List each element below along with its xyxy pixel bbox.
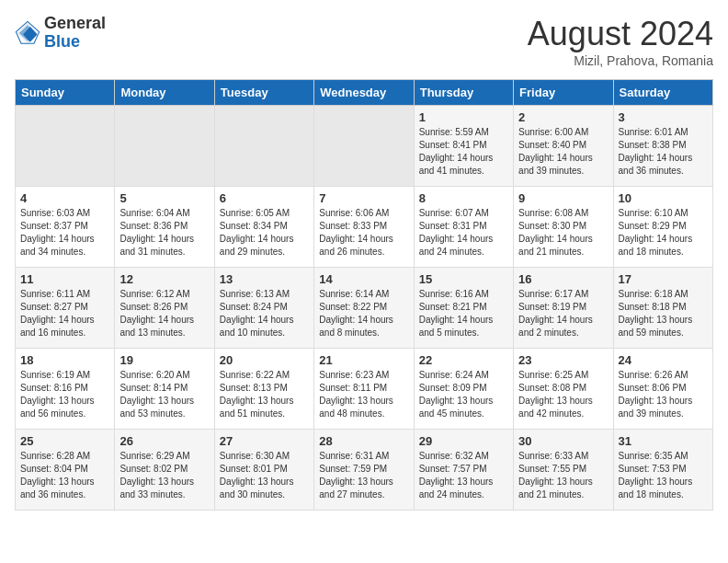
cell-info: Sunrise: 6:01 AM Sunset: 8:38 PM Dayligh… [619, 126, 708, 178]
cell-info: Sunrise: 6:00 AM Sunset: 8:40 PM Dayligh… [518, 126, 608, 178]
cell-info: Sunrise: 6:04 AM Sunset: 8:36 PM Dayligh… [119, 207, 209, 259]
calendar-cell: 24Sunrise: 6:26 AM Sunset: 8:06 PM Dayli… [613, 349, 712, 430]
cell-info: Sunrise: 6:29 AM Sunset: 8:02 PM Dayligh… [119, 450, 209, 501]
day-number: 4 [20, 191, 109, 205]
day-number: 20 [220, 353, 309, 367]
calendar-cell [314, 106, 414, 187]
cell-info: Sunrise: 6:20 AM Sunset: 8:14 PM Dayligh… [119, 369, 209, 420]
cell-info: Sunrise: 6:10 AM Sunset: 8:29 PM Dayligh… [619, 207, 708, 259]
day-number: 29 [419, 434, 508, 448]
day-number: 14 [319, 272, 408, 286]
calendar-week-row: 1Sunrise: 5:59 AM Sunset: 8:41 PM Daylig… [16, 106, 713, 187]
day-number: 18 [20, 353, 109, 367]
day-number: 26 [119, 434, 209, 448]
weekday-header-cell: Sunday [16, 80, 115, 106]
calendar-cell: 15Sunrise: 6:16 AM Sunset: 8:21 PM Dayli… [414, 268, 513, 349]
day-number: 5 [119, 191, 209, 205]
weekday-header-cell: Friday [514, 80, 613, 106]
calendar-cell: 1Sunrise: 5:59 AM Sunset: 8:41 PM Daylig… [414, 106, 513, 187]
day-number: 6 [220, 191, 309, 205]
logo-icon [15, 20, 40, 46]
day-number: 31 [619, 434, 708, 448]
day-number: 12 [119, 272, 209, 286]
calendar-cell: 10Sunrise: 6:10 AM Sunset: 8:29 PM Dayli… [613, 187, 712, 268]
day-number: 24 [619, 353, 708, 367]
day-number: 15 [419, 272, 508, 286]
logo: General Blue [15, 15, 106, 52]
day-number: 21 [319, 353, 408, 367]
calendar-week-row: 4Sunrise: 6:03 AM Sunset: 8:37 PM Daylig… [16, 187, 713, 268]
calendar-cell: 23Sunrise: 6:25 AM Sunset: 8:08 PM Dayli… [514, 349, 613, 430]
cell-info: Sunrise: 6:12 AM Sunset: 8:26 PM Dayligh… [119, 288, 209, 339]
calendar-body: 1Sunrise: 5:59 AM Sunset: 8:41 PM Daylig… [16, 106, 713, 511]
calendar-cell: 9Sunrise: 6:08 AM Sunset: 8:30 PM Daylig… [514, 187, 613, 268]
calendar-cell [115, 106, 214, 187]
calendar-cell: 30Sunrise: 6:33 AM Sunset: 7:55 PM Dayli… [514, 430, 613, 511]
cell-info: Sunrise: 6:18 AM Sunset: 8:18 PM Dayligh… [619, 288, 708, 339]
calendar-cell: 12Sunrise: 6:12 AM Sunset: 8:26 PM Dayli… [115, 268, 214, 349]
cell-info: Sunrise: 6:08 AM Sunset: 8:30 PM Dayligh… [518, 207, 608, 259]
calendar-cell: 29Sunrise: 6:32 AM Sunset: 7:57 PM Dayli… [414, 430, 513, 511]
title-block: August 2024 Mizil, Prahova, Romania [528, 15, 713, 68]
cell-info: Sunrise: 6:28 AM Sunset: 8:04 PM Dayligh… [20, 450, 109, 501]
weekday-header-cell: Monday [115, 80, 214, 106]
calendar-cell: 21Sunrise: 6:23 AM Sunset: 8:11 PM Dayli… [314, 349, 414, 430]
day-number: 27 [220, 434, 309, 448]
cell-info: Sunrise: 6:17 AM Sunset: 8:19 PM Dayligh… [518, 288, 608, 339]
calendar-cell: 28Sunrise: 6:31 AM Sunset: 7:59 PM Dayli… [314, 430, 414, 511]
cell-info: Sunrise: 6:13 AM Sunset: 8:24 PM Dayligh… [220, 288, 309, 339]
day-number: 2 [518, 110, 608, 124]
day-number: 9 [518, 191, 608, 205]
calendar-week-row: 11Sunrise: 6:11 AM Sunset: 8:27 PM Dayli… [16, 268, 713, 349]
cell-info: Sunrise: 6:03 AM Sunset: 8:37 PM Dayligh… [20, 207, 109, 259]
day-number: 28 [319, 434, 408, 448]
day-number: 11 [20, 272, 109, 286]
calendar-cell: 17Sunrise: 6:18 AM Sunset: 8:18 PM Dayli… [613, 268, 712, 349]
cell-info: Sunrise: 6:35 AM Sunset: 7:53 PM Dayligh… [619, 450, 708, 501]
month-year: August 2024 [528, 15, 713, 53]
day-number: 7 [319, 191, 408, 205]
calendar-cell: 11Sunrise: 6:11 AM Sunset: 8:27 PM Dayli… [16, 268, 115, 349]
cell-info: Sunrise: 5:59 AM Sunset: 8:41 PM Dayligh… [419, 126, 508, 178]
calendar-cell: 22Sunrise: 6:24 AM Sunset: 8:09 PM Dayli… [414, 349, 513, 430]
calendar-cell: 13Sunrise: 6:13 AM Sunset: 8:24 PM Dayli… [214, 268, 313, 349]
page-header: General Blue August 2024 Mizil, Prahova,… [15, 15, 713, 68]
logo-general: General [44, 14, 106, 32]
day-number: 3 [619, 110, 708, 124]
day-number: 17 [619, 272, 708, 286]
weekday-header-cell: Wednesday [314, 80, 414, 106]
cell-info: Sunrise: 6:07 AM Sunset: 8:31 PM Dayligh… [419, 207, 508, 259]
day-number: 1 [419, 110, 508, 124]
cell-info: Sunrise: 6:32 AM Sunset: 7:57 PM Dayligh… [419, 450, 508, 501]
cell-info: Sunrise: 6:05 AM Sunset: 8:34 PM Dayligh… [220, 207, 309, 259]
day-number: 25 [20, 434, 109, 448]
day-number: 19 [119, 353, 209, 367]
day-number: 30 [518, 434, 608, 448]
calendar-cell: 20Sunrise: 6:22 AM Sunset: 8:13 PM Dayli… [214, 349, 313, 430]
calendar-cell: 25Sunrise: 6:28 AM Sunset: 8:04 PM Dayli… [16, 430, 115, 511]
cell-info: Sunrise: 6:30 AM Sunset: 8:01 PM Dayligh… [220, 450, 309, 501]
day-number: 8 [419, 191, 508, 205]
logo-text: General Blue [44, 15, 106, 52]
day-number: 22 [419, 353, 508, 367]
cell-info: Sunrise: 6:25 AM Sunset: 8:08 PM Dayligh… [518, 369, 608, 420]
calendar-cell: 31Sunrise: 6:35 AM Sunset: 7:53 PM Dayli… [613, 430, 712, 511]
calendar-cell: 19Sunrise: 6:20 AM Sunset: 8:14 PM Dayli… [115, 349, 214, 430]
day-number: 13 [220, 272, 309, 286]
calendar-cell: 6Sunrise: 6:05 AM Sunset: 8:34 PM Daylig… [214, 187, 313, 268]
day-number: 10 [619, 191, 708, 205]
weekday-header-row: SundayMondayTuesdayWednesdayThursdayFrid… [16, 80, 713, 106]
weekday-header-cell: Tuesday [214, 80, 313, 106]
calendar-table: SundayMondayTuesdayWednesdayThursdayFrid… [15, 79, 713, 511]
cell-info: Sunrise: 6:16 AM Sunset: 8:21 PM Dayligh… [419, 288, 508, 339]
cell-info: Sunrise: 6:24 AM Sunset: 8:09 PM Dayligh… [419, 369, 508, 420]
weekday-header-cell: Saturday [613, 80, 712, 106]
calendar-cell: 8Sunrise: 6:07 AM Sunset: 8:31 PM Daylig… [414, 187, 513, 268]
day-number: 16 [518, 272, 608, 286]
calendar-cell: 4Sunrise: 6:03 AM Sunset: 8:37 PM Daylig… [16, 187, 115, 268]
cell-info: Sunrise: 6:22 AM Sunset: 8:13 PM Dayligh… [220, 369, 309, 420]
logo-blue: Blue [44, 32, 80, 51]
weekday-header-cell: Thursday [414, 80, 513, 106]
calendar-cell: 18Sunrise: 6:19 AM Sunset: 8:16 PM Dayli… [16, 349, 115, 430]
calendar-cell: 5Sunrise: 6:04 AM Sunset: 8:36 PM Daylig… [115, 187, 214, 268]
